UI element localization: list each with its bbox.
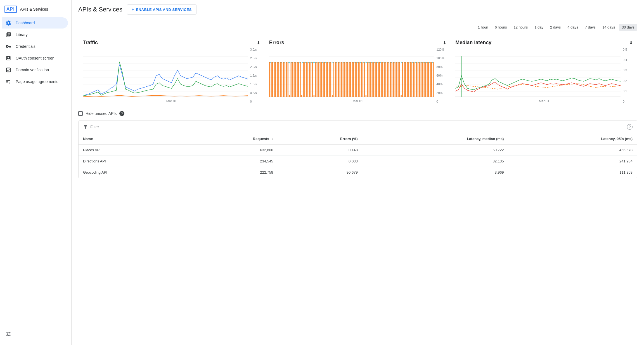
latency-download-icon[interactable]: ⬇ <box>629 40 633 45</box>
time-btn-7-days[interactable]: 7 days <box>582 24 598 31</box>
cell-name: Directions API <box>79 156 184 167</box>
cell-name: Places API <box>79 145 184 156</box>
hide-unused-help-icon[interactable]: ? <box>119 111 124 116</box>
svg-rect-75 <box>356 62 357 97</box>
table-help-icon[interactable]: ? <box>627 124 633 130</box>
svg-rect-61 <box>335 62 336 97</box>
svg-rect-73 <box>353 62 354 97</box>
svg-rect-32 <box>290 62 291 97</box>
sidebar-logo: API APIs & Services <box>0 3 71 17</box>
errors-y-axis: 120% 100% 80% 60% 40% 20% 0 <box>435 48 446 103</box>
svg-rect-76 <box>358 62 359 97</box>
cell-latency-median: 3.969 <box>362 167 508 178</box>
enable-apis-button[interactable]: + ENABLE APIS AND SERVICES <box>127 4 196 15</box>
svg-rect-112 <box>413 62 414 97</box>
svg-rect-80 <box>364 62 365 97</box>
svg-rect-79 <box>362 62 363 97</box>
time-btn-14-days[interactable]: 14 days <box>600 24 618 31</box>
svg-rect-56 <box>327 62 328 97</box>
table-header-row: Name Requests ↓ Errors (%) Latency, medi… <box>79 133 637 145</box>
latency-chart-inner: Mar 01 <box>455 48 633 103</box>
time-btn-4-days[interactable]: 4 days <box>565 24 581 31</box>
traffic-chart-header: Traffic ⬇ <box>83 40 260 46</box>
errors-download-icon[interactable]: ⬇ <box>443 40 446 45</box>
svg-rect-39 <box>301 95 302 97</box>
filter-icon <box>83 124 88 129</box>
svg-rect-72 <box>352 62 352 97</box>
errors-chart-header: Errors ⬇ <box>269 40 447 46</box>
svg-rect-89 <box>378 62 378 97</box>
table-row[interactable]: Geocoding API 222,758 90.679 3.969 111.3… <box>79 167 637 178</box>
sidebar-label-dashboard: Dashboard <box>16 21 35 25</box>
svg-rect-49 <box>316 62 317 97</box>
hide-unused-checkbox[interactable] <box>78 111 83 116</box>
svg-rect-96 <box>388 62 389 97</box>
svg-rect-62 <box>336 62 337 97</box>
latency-chart-card: Median latency ⬇ <box>451 35 637 105</box>
hide-unused-apis-section: Hide unused APIs ? <box>78 105 637 120</box>
time-btn-1-day[interactable]: 1 day <box>532 24 546 31</box>
svg-rect-119 <box>423 62 424 97</box>
table-row[interactable]: Directions API 234,545 0.033 82.135 241.… <box>79 156 637 167</box>
sidebar-item-page-usage[interactable]: Page usage agreements <box>2 76 68 87</box>
svg-rect-48 <box>315 62 316 97</box>
svg-rect-46 <box>312 62 313 97</box>
dashboard-icon <box>6 20 11 26</box>
hide-unused-label[interactable]: Hide unused APIs <box>86 111 117 116</box>
svg-rect-65 <box>341 62 342 97</box>
time-btn-30-days[interactable]: 30 days <box>619 24 637 31</box>
svg-rect-67 <box>344 62 345 97</box>
svg-rect-103 <box>399 62 400 97</box>
requests-sort-icon: ↓ <box>271 137 273 141</box>
svg-rect-24 <box>278 62 279 97</box>
sidebar-label-credentials: Credentials <box>16 44 35 49</box>
svg-rect-91 <box>381 62 382 97</box>
svg-rect-70 <box>349 62 349 97</box>
latency-x-label: Mar 01 <box>455 99 633 103</box>
time-btn-12-hours[interactable]: 12 hours <box>511 24 531 31</box>
sidebar-item-credentials[interactable]: Credentials <box>2 41 68 52</box>
time-btn-2-days[interactable]: 2 days <box>547 24 564 31</box>
time-btn-6-hours[interactable]: 6 hours <box>492 24 510 31</box>
oauth-icon <box>6 55 11 61</box>
svg-rect-54 <box>324 62 325 97</box>
sidebar-bottom-item[interactable] <box>2 329 69 341</box>
svg-rect-68 <box>345 62 346 97</box>
tune-icon <box>6 331 11 338</box>
sidebar-label-page-usage: Page usage agreements <box>16 79 58 84</box>
svg-rect-117 <box>420 62 421 97</box>
svg-rect-21 <box>274 62 274 97</box>
svg-rect-59 <box>332 95 333 97</box>
svg-rect-64 <box>339 62 340 97</box>
sidebar-item-domain[interactable]: Domain verification <box>2 64 68 75</box>
traffic-chart-svg <box>83 48 260 98</box>
svg-rect-23 <box>277 62 278 97</box>
svg-rect-123 <box>430 62 430 97</box>
sidebar-item-dashboard[interactable]: Dashboard <box>2 17 68 29</box>
svg-rect-26 <box>281 62 282 97</box>
sidebar-item-oauth[interactable]: OAuth consent screen <box>2 53 68 64</box>
col-errors: Errors (%) <box>278 133 362 145</box>
svg-rect-30 <box>287 62 288 97</box>
svg-rect-82 <box>367 62 368 97</box>
filter-button[interactable]: Filter <box>83 124 99 129</box>
svg-rect-55 <box>326 62 326 97</box>
cell-latency-95: 111.353 <box>508 167 637 178</box>
sidebar-item-library[interactable]: Library <box>2 29 68 40</box>
library-icon <box>6 32 11 37</box>
traffic-download-icon[interactable]: ⬇ <box>257 40 260 45</box>
cell-latency-median: 82.135 <box>362 156 508 167</box>
svg-rect-86 <box>373 62 374 97</box>
key-icon <box>6 44 11 49</box>
svg-rect-90 <box>379 62 380 97</box>
cell-requests: 632,800 <box>184 145 278 156</box>
svg-rect-100 <box>394 62 395 97</box>
table-row[interactable]: Places API 632,800 0.148 60.722 456.678 <box>79 145 637 156</box>
svg-rect-122 <box>428 62 429 97</box>
svg-rect-93 <box>384 62 385 97</box>
time-btn-1-hour[interactable]: 1 hour <box>475 24 491 31</box>
main-content: APIs & Services + ENABLE APIS AND SERVIC… <box>72 0 644 345</box>
col-name[interactable]: Name <box>79 133 184 145</box>
col-requests[interactable]: Requests ↓ <box>184 133 278 145</box>
svg-rect-52 <box>321 62 322 97</box>
